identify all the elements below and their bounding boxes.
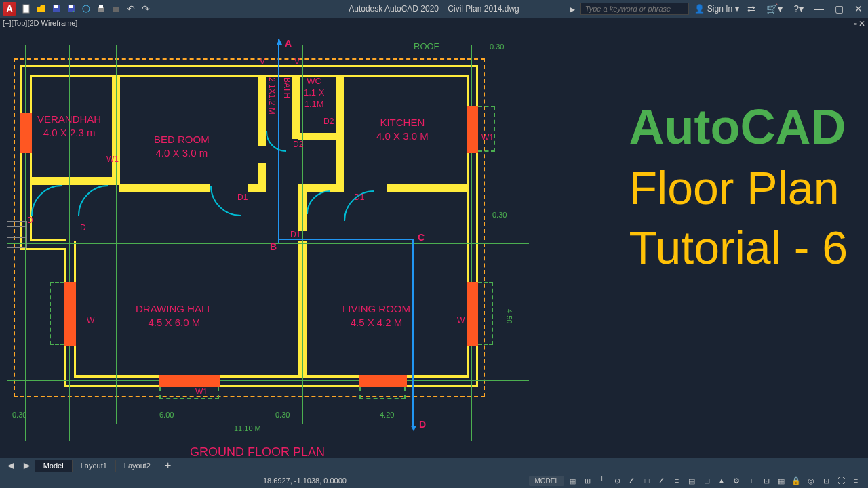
snap-toggle-icon[interactable]: ⊞ [580,474,594,487]
web-icon[interactable] [80,3,92,15]
quickprops-icon[interactable]: ▦ [774,474,788,487]
open-icon[interactable] [35,3,47,15]
close-button[interactable]: ✕ [852,3,865,14]
win-dash-bot2 [359,387,406,399]
window-title: Autodesk AutoCAD 2020 Civil Plan 2014.dw… [349,4,519,14]
label-d2b: D2 [323,117,334,126]
room-drawing: DRAWING HALL 4.5 X 6.0 M [136,302,213,329]
file-name: Civil Plan 2014.dwg [448,4,519,14]
plot-icon[interactable] [95,3,107,15]
cleanscreen-icon[interactable]: ⛶ [834,474,848,487]
section-d: D [419,419,426,430]
grid-v3 [116,45,117,424]
annomonitor-icon[interactable]: + [745,474,758,487]
wall-outer-bottom [64,385,478,387]
viewport-label[interactable]: [−][Top][2D Wireframe] [3,19,77,27]
isodraft-icon[interactable]: ∠ [625,474,639,487]
wall-wc-bottom [298,133,339,140]
grid-v2 [69,45,70,441]
tab-add-button[interactable]: + [159,460,176,472]
tab-next-icon[interactable]: ► [19,460,35,472]
section-b: B [270,241,277,252]
redo-icon[interactable]: ↷ [140,3,152,15]
autocad-logo-icon[interactable]: A [3,2,16,16]
transparency-icon[interactable]: ▤ [685,474,698,487]
grid-v7 [471,45,472,441]
exchange-icon[interactable]: ⇄ [745,3,758,14]
label-w1a: W1 [106,155,119,164]
wall-bath-wc [292,75,300,139]
ortho-toggle-icon[interactable]: └ [595,474,609,487]
undo-icon[interactable]: ↶ [125,3,137,15]
win-dash-bot1 [159,387,219,399]
coordinates: 18.6927, -1.1038, 0.0000 [263,476,347,485]
doc-minimize-button[interactable]: — [845,19,853,28]
dim-030b: 0.30 [275,411,290,419]
svg-point-5 [83,5,90,12]
customize-icon[interactable]: ≡ [849,474,863,487]
otrack-icon[interactable]: ∠ [655,474,669,487]
room-bath-dim: 2.1X1.2 M [266,77,277,115]
units-icon[interactable]: ⊡ [760,474,773,487]
model-space-button[interactable]: MODEL [529,476,564,486]
dim-030m: 0.30 [492,211,507,219]
minimize-button[interactable]: — [812,3,827,14]
win-dash-living [478,282,493,345]
saveas-icon[interactable] [65,3,77,15]
save-icon[interactable] [50,3,62,15]
tab-prev-icon[interactable]: ◄ [3,460,19,472]
label-d1b: D1 [290,230,300,239]
annotation-icon[interactable]: ▲ [715,474,728,487]
tab-layout2[interactable]: Layout2 [116,460,159,472]
section-a: A [285,38,292,49]
isolate-icon[interactable]: ◎ [804,474,818,487]
window-living [467,282,478,346]
lock-ui-icon[interactable]: 🔒 [789,474,803,487]
lineweight-icon[interactable]: ≡ [670,474,684,487]
cart-icon[interactable]: 🛒▾ [764,3,785,14]
section-arrow-a: ▲ [275,36,284,47]
window-kitchen [467,106,478,153]
tab-layout1[interactable]: Layout1 [73,460,116,472]
wall-outer-top [20,65,478,67]
dim-420: 4.20 [380,411,394,419]
dim-600: 6.00 [159,411,174,419]
grid-toggle-icon[interactable]: ▦ [566,474,579,487]
app-name: Autodesk AutoCAD 2020 [349,4,439,14]
doc-close-button[interactable]: ✕ [859,19,865,28]
drawing-canvas[interactable]: AutoCAD Floor Plan Tutorial - 6 ROOF [0,18,868,458]
wall-inner-bottom [74,375,469,378]
workspace-icon[interactable]: ⚙ [730,474,743,487]
help-icon[interactable]: ?▾ [791,3,806,14]
room-kitchen: KITCHEN 4.0 X 3.0 M [376,116,429,142]
label-d1a: D1 [237,192,248,202]
cycling-icon[interactable]: ⊡ [700,474,713,487]
room-bath: BATH [281,77,292,98]
new-icon[interactable] [20,3,33,15]
room-verandah: VERANDHAH 4.0 X 2.3 m [37,113,101,139]
svg-rect-7 [99,5,103,8]
steps [7,221,27,248]
label-va: V [260,57,265,66]
label-wb: W [457,316,465,325]
print-icon[interactable] [110,3,122,15]
hardware-icon[interactable]: ⊡ [819,474,833,487]
window-verandah [20,113,32,153]
polar-toggle-icon[interactable]: ⊙ [610,474,624,487]
search-input[interactable] [580,3,689,15]
wall-inner-step [30,239,66,241]
doc-restore-button[interactable]: ▫ [854,19,857,28]
svg-rect-8 [113,7,119,12]
osnap-toggle-icon[interactable]: □ [640,474,654,487]
label-d2: D [80,223,86,232]
window-drawing [64,282,76,346]
grid-h1 [7,70,529,70]
roof-label: ROOF [414,41,439,52]
overlay-floorplan: Floor Plan [629,161,848,214]
status-bar: 18.6927, -1.1038, 0.0000 MODEL ▦ ⊞ └ ⊙ ∠… [0,473,868,488]
tab-model[interactable]: Model [35,460,73,472]
maximize-button[interactable]: ▢ [832,3,846,14]
signin-button[interactable]: 👤 Sign In ▾ [694,4,739,14]
overlay-autocad: AutoCAD [629,99,848,155]
grid-h4 [7,380,529,381]
